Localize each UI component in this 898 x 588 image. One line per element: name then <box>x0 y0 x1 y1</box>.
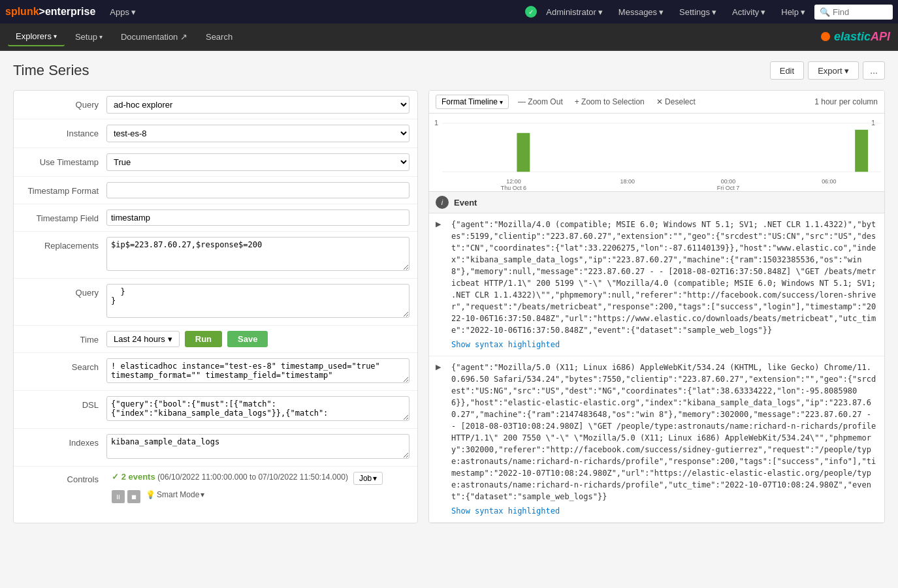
replacements-textarea[interactable]: $ip$=223.87.60.27,$response$=200 <box>106 237 409 271</box>
export-button[interactable]: Export <box>808 61 859 80</box>
events-count: ✓ 2 events <box>112 472 155 482</box>
timestamp-format-control <box>106 182 409 198</box>
time-picker[interactable]: Last 24 hours <box>106 331 180 347</box>
nav-explorers[interactable]: Explorers ▾ <box>8 27 65 46</box>
nav-search[interactable]: Search <box>198 28 240 46</box>
elastic-brand: elastic <box>834 30 871 44</box>
timeline-toolbar: Format Timeline ▾ — Zoom Out + Zoom to S… <box>429 91 884 114</box>
nav-documentation[interactable]: Documentation ↗ <box>113 28 195 46</box>
timestamp-format-row: Timestamp Format <box>14 177 417 204</box>
second-nav: Explorers ▾ Setup ▾ Documentation ↗ Sear… <box>0 23 898 51</box>
elastic-logo-area: elasticAPI <box>821 30 890 44</box>
per-column-label: 1 hour per column <box>814 97 878 106</box>
replacements-label: Replacements <box>22 237 106 251</box>
format-timeline-button[interactable]: Format Timeline ▾ <box>436 95 509 109</box>
dsl-label: DSL <box>22 396 106 410</box>
time-label: Time <box>22 331 106 345</box>
use-timestamp-control: True <box>106 153 409 171</box>
use-timestamp-label: Use Timestamp <box>22 153 106 167</box>
timestamp-field-row: Timestamp Field <box>14 204 417 232</box>
search-control: ! elasticadhoc instance="test-es-8" time… <box>106 358 409 385</box>
deselect-button[interactable]: ✕ Deselect <box>654 95 698 108</box>
dsl-row: DSL {"query":{"bool":{"must":[{"match":{… <box>14 391 417 429</box>
svg-text:12:00: 12:00 <box>506 178 521 185</box>
events-header: i Event <box>429 192 884 213</box>
show-syntax-2[interactable]: Show syntax highlighted <box>451 505 878 517</box>
instance-label: Instance <box>22 125 106 138</box>
api-brand: API <box>871 30 890 44</box>
time-row: Time Last 24 hours Run Save <box>14 326 417 353</box>
search-icon: 🔍 <box>820 7 830 17</box>
activity-menu[interactable]: Activity <box>726 5 772 20</box>
query-editor-control: } } <box>106 284 409 320</box>
query-editor-textarea[interactable]: } } <box>106 284 409 318</box>
event-text-2: {"agent":"Mozilla/5.0 (X11; Linux i686) … <box>451 362 878 517</box>
search-textarea[interactable]: ! elasticadhoc instance="test-es-8" time… <box>106 358 409 383</box>
smart-mode: 💡 Smart Mode ▾ <box>146 490 204 499</box>
search-row: Search ! elasticadhoc instance="test-es-… <box>14 353 417 391</box>
timestamp-field-input[interactable] <box>106 209 409 226</box>
svg-text:1: 1 <box>871 119 875 127</box>
lightbulb-icon: 💡 <box>146 490 155 499</box>
find-box: 🔍 <box>814 5 893 20</box>
event-column-header: Event <box>454 198 477 208</box>
zoom-to-selection-button[interactable]: + Zoom to Selection <box>572 95 647 108</box>
query-label: Query <box>22 96 106 110</box>
events-info: ✓ 2 events (06/10/2022 11:00:00.000 to 0… <box>112 472 348 482</box>
indexes-control: kibana_sample_data_logs <box>106 434 409 461</box>
query-control: ad-hoc explorer <box>106 96 409 114</box>
query-row: Query ad-hoc explorer <box>14 91 417 119</box>
replacements-row: Replacements $ip$=223.87.60.27,$response… <box>14 232 417 279</box>
controls-content: ✓ 2 events (06/10/2022 11:00:00.000 to 0… <box>112 472 409 503</box>
enterprise-text: >enterprise <box>39 6 96 17</box>
indexes-label: Indexes <box>22 434 106 448</box>
administrator-menu[interactable]: Administrator <box>539 5 609 20</box>
main-content: Time Series Edit Export ... Query ad-hoc… <box>0 51 898 534</box>
table-row: ▶ {"agent":"Mozilla/4.0 (compatible; MSI… <box>429 213 884 356</box>
page-title-bar: Time Series Edit Export ... <box>13 61 885 80</box>
save-button[interactable]: Save <box>227 331 268 347</box>
dsl-textarea[interactable]: {"query":{"bool":{"must":[{"match":{"ind… <box>106 396 409 421</box>
settings-menu[interactable]: Settings <box>673 5 723 20</box>
pause-button[interactable]: ⏸ <box>112 490 125 503</box>
svg-text:18:00: 18:00 <box>620 178 634 185</box>
indexes-textarea[interactable]: kibana_sample_data_logs <box>106 434 409 459</box>
show-syntax-1[interactable]: Show syntax highlighted <box>451 339 878 350</box>
pause-stop-controls: ⏸ ⏹ <box>112 490 140 503</box>
controls-row: Controls ✓ 2 events (06/10/2022 11:00:00… <box>14 467 417 508</box>
use-timestamp-select[interactable]: True <box>106 153 409 171</box>
find-input[interactable] <box>833 7 885 17</box>
dsl-control: {"query":{"bool":{"must":[{"match":{"ind… <box>106 396 409 423</box>
query-editor-label: Query <box>22 284 106 298</box>
stop-button[interactable]: ⏹ <box>127 490 140 503</box>
svg-text:00:00: 00:00 <box>721 178 735 185</box>
replacements-control: $ip$=223.87.60.27,$response$=200 <box>106 237 409 273</box>
indexes-row: Indexes kibana_sample_data_logs <box>14 429 417 467</box>
more-button[interactable]: ... <box>863 61 885 80</box>
timestamp-format-input[interactable] <box>106 182 409 198</box>
chart-area: 1 1 12:00 Thu Oct 6 2022 18:00 00:00 Fri… <box>429 114 884 192</box>
svg-text:06:00: 06:00 <box>822 178 836 185</box>
expand-icon-2[interactable]: ▶ <box>436 362 446 371</box>
apps-menu[interactable]: Apps <box>103 5 142 20</box>
messages-menu[interactable]: Messages <box>612 5 670 20</box>
time-control: Last 24 hours Run Save <box>106 331 409 347</box>
timeline-chart: 1 1 12:00 Thu Oct 6 2022 18:00 00:00 Fri… <box>429 114 884 191</box>
info-icon: i <box>436 196 449 209</box>
query-select[interactable]: ad-hoc explorer <box>106 96 409 114</box>
instance-row: Instance test-es-8 <box>14 119 417 148</box>
help-menu[interactable]: Help <box>775 5 812 20</box>
job-button[interactable]: Job <box>353 472 383 485</box>
zoom-out-button[interactable]: — Zoom Out <box>515 95 566 108</box>
nav-setup[interactable]: Setup ▾ <box>67 28 110 46</box>
use-timestamp-row: Use Timestamp True <box>14 148 417 177</box>
splunk-logo: splunk>enterprise <box>5 6 95 18</box>
edit-button[interactable]: Edit <box>770 61 804 80</box>
svg-rect-4 <box>517 133 530 172</box>
search-label: Search <box>22 358 106 372</box>
expand-icon-1[interactable]: ▶ <box>436 219 446 228</box>
title-actions: Edit Export ... <box>770 61 885 80</box>
instance-select[interactable]: test-es-8 <box>106 125 409 142</box>
run-button[interactable]: Run <box>185 331 222 347</box>
svg-text:1: 1 <box>434 119 438 127</box>
